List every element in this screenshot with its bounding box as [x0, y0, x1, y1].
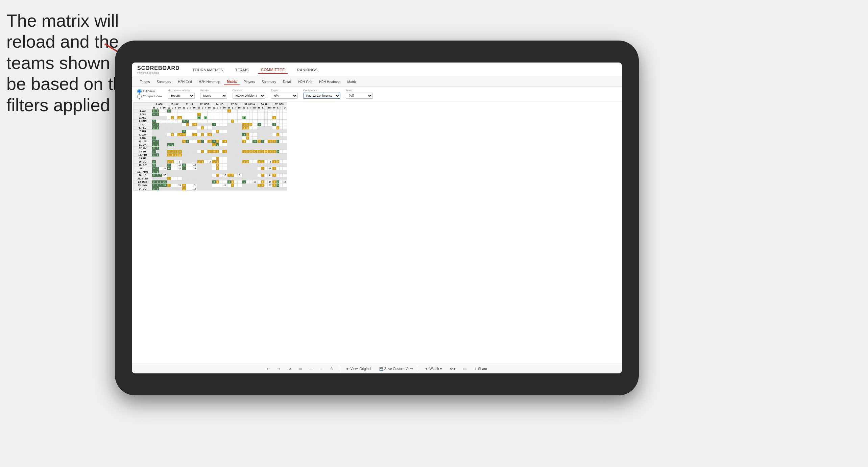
tab-h2h-grid2[interactable]: H2H Grid — [295, 79, 315, 85]
compact-view-radio[interactable]: Compact View — [137, 94, 162, 99]
matrix-cell — [174, 126, 177, 130]
tab-teams[interactable]: Teams — [137, 79, 152, 85]
matrix-cell — [156, 160, 159, 164]
matrix-cell — [264, 184, 267, 187]
nav-teams[interactable]: TEAMS — [233, 67, 251, 73]
matrix-cell — [234, 137, 237, 140]
share-button[interactable]: ⇧ Share — [472, 366, 489, 371]
matrix-cell — [201, 187, 204, 191]
division-select[interactable]: NCAA Division I NCAA Division II — [233, 93, 265, 99]
matrix-cell — [227, 184, 231, 187]
matrix-cell: 0 — [216, 174, 219, 177]
matrix-cell — [231, 153, 234, 157]
zoom-out-button[interactable]: − — [308, 366, 314, 371]
matrix-cell: 0 — [182, 133, 186, 137]
tab-h2h-heatmap1[interactable]: H2H Heatmap — [196, 79, 223, 85]
matrix-cell — [246, 113, 249, 116]
matrix-cell — [234, 150, 237, 153]
matrix-cell — [276, 137, 279, 140]
tab-summary1[interactable]: Summary — [154, 79, 174, 85]
matrix-cell — [174, 116, 177, 120]
tab-summary2[interactable]: Summary — [259, 79, 279, 85]
nav-committee[interactable]: COMMITTEE — [258, 66, 288, 74]
nav-tournaments[interactable]: TOURNAMENTS — [190, 67, 226, 73]
matrix-cell: 1 — [167, 109, 171, 113]
matrix-cell — [167, 113, 171, 116]
matrix-cell — [272, 109, 276, 113]
gender-select[interactable]: Men's Women's — [200, 93, 227, 99]
more-button[interactable]: ⚙ ▾ — [448, 366, 458, 371]
matrix-cell — [219, 153, 222, 157]
matrix-cell — [167, 174, 171, 177]
separator1 — [340, 366, 340, 371]
conference-select[interactable]: Pac-12 Conference (All) Big Ten — [303, 93, 340, 99]
zoom-fit-button[interactable]: ⊞ — [297, 366, 304, 371]
matrix-cell — [171, 184, 174, 187]
undo-button[interactable]: ↩ — [265, 366, 271, 371]
matrix-area[interactable]: 3. ASU 10. UW 11. UA 22. UCB 24. UO 27. … — [132, 101, 622, 364]
matrix-cell — [227, 153, 231, 157]
gender-filter: Gender Men's Women's — [200, 89, 227, 99]
matrix-cell — [237, 116, 242, 120]
matrix-cell — [207, 143, 212, 147]
matrix-cell — [159, 137, 162, 140]
matrix-cell — [231, 143, 234, 147]
matrix-cell: 0 — [276, 150, 279, 153]
max-teams-select[interactable]: Top 25 Top 10 All — [168, 93, 195, 99]
timer-button[interactable]: ⏱ — [328, 366, 336, 371]
grid-button[interactable]: ⊞ — [461, 366, 468, 371]
nav-rankings[interactable]: RANKINGS — [294, 67, 320, 73]
matrix-cell — [237, 147, 242, 150]
tab-h2h-heatmap2[interactable]: H2H Heatmap — [316, 79, 343, 85]
matrix-cell — [189, 126, 192, 130]
matrix-cell — [222, 180, 227, 184]
team-select[interactable]: (All) — [346, 93, 373, 99]
matrix-cell — [237, 150, 242, 153]
matrix-cell — [252, 123, 257, 126]
matrix-cell: 0 — [182, 184, 186, 187]
watch-button[interactable]: 👁 Watch ▾ — [423, 366, 444, 371]
refresh-button[interactable]: ↺ — [286, 366, 293, 371]
matrix-cell — [267, 109, 272, 113]
matrix-cell: 2 — [156, 187, 159, 191]
matrix-cell — [212, 153, 216, 157]
matrix-cell: 2 — [242, 160, 246, 164]
tab-detail[interactable]: Detail — [280, 79, 294, 85]
redo-button[interactable]: ↪ — [275, 366, 282, 371]
matrix-cell: 1 — [152, 153, 156, 157]
matrix-cell — [162, 116, 167, 120]
tab-players[interactable]: Players — [241, 79, 258, 85]
matrix-cell — [197, 177, 201, 180]
save-custom-button[interactable]: 💾 Save Custom View — [377, 366, 415, 371]
matrix-cell: 0 — [156, 147, 159, 150]
matrix-cell — [264, 116, 267, 120]
matrix-cell — [234, 187, 237, 191]
region-select[interactable]: N/A East West — [271, 93, 298, 99]
matrix-cell — [276, 109, 279, 113]
zoom-in-button[interactable]: + — [318, 366, 324, 371]
matrix-cell — [204, 187, 207, 191]
tab-h2h-grid1[interactable]: H2H Grid — [175, 79, 195, 85]
tab-matrix2[interactable]: Matrix — [345, 79, 359, 85]
matrix-cell — [267, 113, 272, 116]
matrix-cell: 1 — [276, 140, 279, 143]
separator2 — [419, 366, 419, 371]
matrix-cell — [252, 137, 257, 140]
logo-title: SCOREBOARD — [137, 65, 180, 71]
matrix-cell — [216, 126, 219, 130]
matrix-cell — [231, 164, 234, 167]
matrix-cell — [249, 177, 252, 180]
full-view-radio[interactable]: Full View — [137, 89, 162, 94]
view-original-button[interactable]: 👁 View: Original — [344, 366, 373, 371]
table-row: 20. UG00037019103163 — [134, 174, 287, 177]
col-l-su: L — [231, 106, 234, 109]
matrix-cell — [207, 153, 212, 157]
matrix-cell — [237, 120, 242, 123]
col-w-uw: W — [167, 106, 171, 109]
row-header-7: 8. UAF — [134, 133, 152, 137]
table-row: 3. ASU0310030 — [134, 116, 287, 120]
gender-label: Gender — [200, 89, 227, 92]
matrix-cell — [280, 150, 283, 153]
tab-matrix1[interactable]: Matrix — [224, 79, 239, 85]
matrix-cell — [182, 180, 186, 184]
